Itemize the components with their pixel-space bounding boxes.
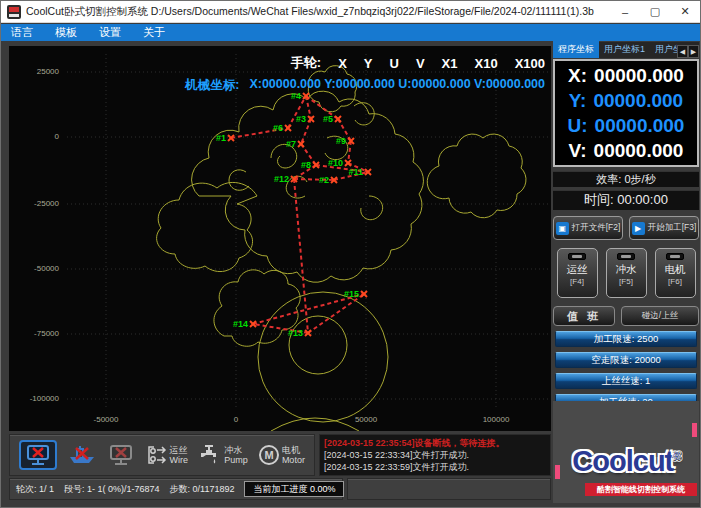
handwheel-x10[interactable]: X10 — [474, 56, 497, 71]
y-tick: -50000 — [15, 264, 59, 273]
coord-y: Y:00000.000 — [555, 88, 697, 113]
x-tick: 0 — [206, 415, 266, 424]
path-marker: #8 — [301, 160, 319, 170]
svg-text:#14: #14 — [233, 319, 248, 329]
path-marker: #2 — [319, 175, 337, 185]
coolcut-logo: Coolcut® — [553, 445, 699, 478]
status-bar: 轮次: 1/ 1 段号: 1- 1( 0%)/1-76874 步数: 0/117… — [9, 478, 343, 500]
status-segment: 段号: 1- 1( 0%)/1-76874 — [64, 483, 160, 496]
handwheel-x100[interactable]: X100 — [515, 56, 545, 71]
edge-touch-wire-load-button[interactable]: 碰边/上丝 — [621, 306, 699, 326]
y-tick: 25000 — [15, 67, 59, 76]
svg-text:#15: #15 — [344, 289, 359, 299]
handwheel-y[interactable]: Y — [364, 56, 373, 71]
coordinate-display: X:00000.000 Y:00000.000 U:00000.000 V:00… — [553, 59, 699, 167]
start-machining-button[interactable]: ▶ 开始加工[F3] — [629, 216, 699, 240]
svg-text:M: M — [264, 449, 273, 461]
time-readout: 时间: 00:00:00 — [553, 190, 699, 210]
grid-lines — [67, 54, 549, 410]
machining-speed-limit-button[interactable]: 加工限速: 2500 — [555, 331, 697, 347]
menu-language[interactable]: 语言 — [11, 25, 33, 40]
handwheel-v[interactable]: V — [416, 56, 425, 71]
wire-load-speed-button[interactable]: 上丝丝速: 1 — [555, 373, 697, 389]
handwheel-label: 手轮: — [291, 54, 321, 72]
svg-text:#8: #8 — [301, 160, 311, 170]
tab-program-coords[interactable]: 程序坐标 — [553, 41, 599, 58]
window-title: CoolCut卧式切割控制系统 D:/Users/Documents/WeCha… — [26, 5, 610, 19]
minimize-button[interactable]: – — [610, 1, 640, 22]
decor-tick — [692, 423, 697, 437]
svg-text:#11: #11 — [348, 167, 363, 177]
brand-area: Coolcut® 酷割智能线切割控制系统 — [553, 401, 699, 503]
toolpath-drawing: #1#2#3#4#5#6#7#8#9#10#11#12#13#14#15 — [9, 46, 551, 431]
tab-user-coords-2[interactable]: 用户坐标 — [650, 41, 677, 58]
close-button[interactable]: ✕ — [670, 1, 700, 22]
handwheel-axis-selector: 手轮: X Y U V X1 X10 X100 — [291, 54, 545, 72]
machine-offline-button[interactable] — [67, 444, 97, 466]
svg-text:#3: #3 — [296, 114, 306, 124]
water-flush-toggle-button[interactable]: 冲水 [F5] — [606, 248, 647, 298]
path-marker: #1 — [216, 133, 234, 143]
duty-button[interactable]: 值 班 — [553, 306, 615, 326]
wire-feed-toggle-button[interactable]: 运丝 [F4] — [557, 248, 598, 298]
menu-settings[interactable]: 设置 — [99, 25, 121, 40]
monitor-cross-disabled-icon — [107, 443, 135, 467]
log-line: [2024-03-15 22:33:34]文件打开成功. — [324, 449, 546, 461]
maximize-button[interactable]: ▢ — [640, 1, 670, 22]
y-tick: -75000 — [15, 329, 59, 338]
wire-icon — [146, 444, 168, 466]
path-marker: #11 — [348, 167, 371, 177]
path-marker: #14 — [233, 319, 256, 329]
svg-text:#2: #2 — [319, 175, 329, 185]
handwheel-x[interactable]: X — [338, 56, 347, 71]
handwheel-x1[interactable]: X1 — [442, 56, 458, 71]
idle-speed-limit-button[interactable]: 空走限速: 20000 — [555, 352, 697, 368]
coordinate-tabs: 程序坐标 用户坐标1 用户坐标 ◀ ▶ — [553, 42, 699, 58]
svg-text:#9: #9 — [336, 136, 346, 146]
play-icon: ▶ — [632, 222, 645, 235]
path-marker: #3 — [296, 114, 314, 124]
y-tick: -25000 — [15, 199, 59, 208]
menu-template[interactable]: 模板 — [55, 25, 77, 40]
app-window: CoolCut卧式切割控制系统 D:/Users/Documents/WeCha… — [0, 0, 701, 508]
handwheel-u[interactable]: U — [390, 56, 399, 71]
motor-indicator[interactable]: M 电机 Motor — [258, 444, 305, 466]
monitor-cross-icon — [24, 443, 52, 467]
faucet-icon — [198, 444, 222, 466]
path-marker: #15 — [344, 289, 367, 299]
tab-scroll-right-icon[interactable]: ▶ — [688, 45, 699, 58]
rapid-move-line — [308, 294, 364, 333]
app-icon — [7, 5, 21, 19]
logo-subtitle: 酷割智能线切割控制系统 — [585, 483, 697, 496]
x-tick: 50000 — [336, 415, 396, 424]
wire-feed-indicator[interactable]: 运丝 Wire — [146, 444, 189, 466]
control-panel: 程序坐标 用户坐标1 用户坐标 ◀ ▶ X:00000.000 Y:00000.… — [553, 42, 699, 431]
progress-readout: 当前加工进度 0.00% — [244, 481, 344, 497]
machining-canvas[interactable]: #1#2#3#4#5#6#7#8#9#10#11#12#13#14#15 250… — [9, 46, 551, 431]
svg-text:#13: #13 — [288, 328, 303, 338]
path-marker: #7 — [286, 139, 304, 149]
title-bar: CoolCut卧式切割控制系统 D:/Users/Documents/WeCha… — [1, 1, 700, 23]
open-file-button[interactable]: ▣ 打开文件[F2] — [553, 216, 623, 240]
tab-scroll-left-icon[interactable]: ◀ — [677, 45, 688, 58]
coord-u: U:00000.000 — [555, 113, 697, 138]
y-tick: 0 — [15, 132, 59, 141]
status-round: 轮次: 1/ 1 — [16, 483, 54, 496]
wire-feed-led — [568, 253, 586, 260]
message-log: [2024-03-15 22:35:54]设备断线，等待连接。 [2024-03… — [319, 434, 551, 476]
screen-disabled-button[interactable] — [107, 443, 135, 467]
menu-about[interactable]: 关于 — [143, 25, 165, 40]
coord-v: V:00000.000 — [555, 138, 697, 163]
motor-toggle-button[interactable]: 电机 [F6] — [655, 248, 696, 298]
screen-lock-button[interactable] — [19, 440, 57, 470]
machine-coords-label: 机械坐标: — [185, 77, 239, 94]
menu-bar: 语言 模板 设置 关于 — [1, 24, 700, 41]
efficiency-readout: 效率: 0步/秒 — [553, 171, 699, 187]
path-marker: #5 — [323, 114, 341, 124]
bottom-toolbar: 运丝 Wire 冲水 Pump M 电机 Motor — [9, 434, 315, 476]
ship-cross-icon — [67, 444, 97, 466]
svg-text:#1: #1 — [216, 133, 226, 143]
svg-text:#12: #12 — [274, 174, 289, 184]
tab-user-coords-1[interactable]: 用户坐标1 — [599, 41, 650, 58]
water-pump-indicator[interactable]: 冲水 Pump — [198, 444, 248, 466]
